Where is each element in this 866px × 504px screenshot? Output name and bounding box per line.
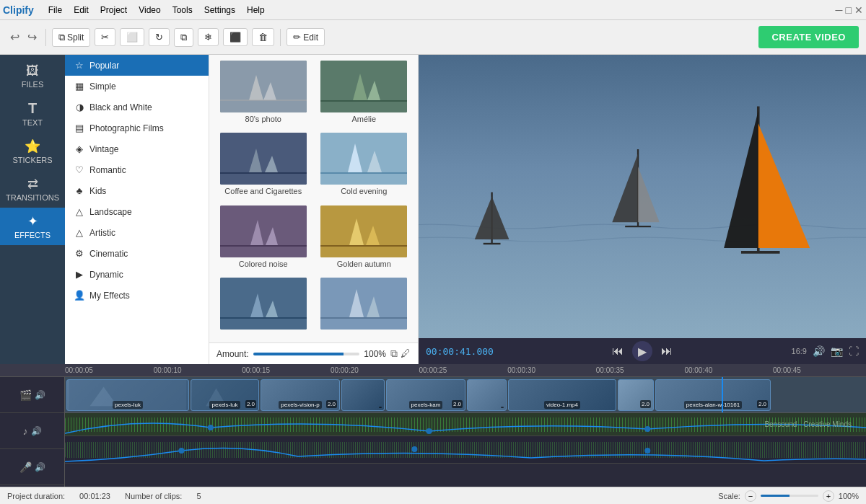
filter-bw[interactable]: ◑ Black and White xyxy=(65,97,209,118)
edit-button[interactable]: ✏ Edit xyxy=(287,28,325,46)
menu-edit[interactable]: Edit xyxy=(68,4,95,17)
amount-slider[interactable] xyxy=(253,353,360,355)
menu-file[interactable]: File xyxy=(43,4,68,17)
rotate-button[interactable]: ↻ xyxy=(149,28,170,46)
sidebar-item-text[interactable]: T TEXT xyxy=(0,94,65,133)
effect-thumb-img-8 xyxy=(320,278,407,330)
toolbar-separator-2 xyxy=(280,29,281,46)
audio-track-volume-icon[interactable]: 🔊 xyxy=(31,426,42,436)
effect-80s-photo[interactable]: 80's photo xyxy=(215,61,312,128)
sidebar-item-effects[interactable]: ✦ EFFECTS xyxy=(0,208,65,245)
sidebar-item-stickers[interactable]: ⭐ STICKERS xyxy=(0,133,65,170)
next-frame-button[interactable]: ⏭ xyxy=(658,343,675,359)
undo-button[interactable]: ↩ xyxy=(7,29,22,45)
clip-4[interactable] xyxy=(341,379,385,411)
fullscreen-icon[interactable]: ⛶ xyxy=(849,345,859,357)
playhead[interactable] xyxy=(722,377,723,412)
filter-dynamic[interactable]: ▶ Dynamic xyxy=(65,264,209,285)
scale-slider[interactable] xyxy=(761,495,818,497)
video-preview: 00:00:41.000 ⏮ ▶ ⏭ 16:9 🔊 📷 ⛶ xyxy=(419,55,866,364)
prev-frame-button[interactable]: ⏮ xyxy=(609,343,626,359)
effect-thumb-img-coffee xyxy=(220,133,307,185)
filter-kids[interactable]: ♣ Kids xyxy=(65,180,209,201)
ruler-mark-0: 00:00:05 xyxy=(65,366,93,374)
filter-settings-icon[interactable]: ⧉ xyxy=(390,348,398,360)
clip-8[interactable]: 2.0 xyxy=(618,379,654,411)
crop-icon: ⬜ xyxy=(126,32,138,43)
photo-films-icon: ▤ xyxy=(74,123,85,133)
filter-romantic[interactable]: ♡ Romantic xyxy=(65,159,209,180)
vintage-icon: ◈ xyxy=(74,143,85,154)
video-track-volume-icon[interactable]: 🔊 xyxy=(35,390,45,400)
effect-cold-evening[interactable]: Cold evening xyxy=(316,133,413,200)
maximize-button[interactable]: □ xyxy=(846,4,852,16)
freeze-button[interactable]: ❄ xyxy=(198,28,219,46)
transitions-icon: ⇄ xyxy=(27,176,38,192)
filter-landscape[interactable]: △ Landscape xyxy=(65,201,209,222)
effect-thumb-img-80s xyxy=(220,61,307,112)
filter-my-effects[interactable]: 👤 My Effects xyxy=(65,285,209,306)
delete-button[interactable]: 🗑 xyxy=(252,28,274,46)
menu-settings[interactable]: Settings xyxy=(198,4,241,17)
effect-golden-autumn[interactable]: Golden autumn xyxy=(316,205,413,273)
timeline-tracks: 🎬 🔊 ♪ 🔊 🎤 🔊 pexels-luk xyxy=(0,377,866,487)
redo-button[interactable]: ↪ xyxy=(25,29,40,45)
clip-9[interactable]: pexels-alan-w-10161 2.0 xyxy=(655,379,771,411)
effects-icon: ✦ xyxy=(27,213,38,229)
scale-minus-button[interactable]: − xyxy=(745,490,756,502)
menu-help[interactable]: Help xyxy=(241,4,271,17)
audio-track-2-volume-icon[interactable]: 🔊 xyxy=(35,462,45,472)
menu-tools[interactable]: Tools xyxy=(167,4,198,17)
amount-bar: Amount: 100% ⧉ 🖊 xyxy=(209,342,418,364)
filter-popular[interactable]: ☆ Popular xyxy=(65,55,209,76)
minimize-button[interactable]: ─ xyxy=(836,4,843,16)
copy-button[interactable]: ⧉ xyxy=(174,28,193,47)
audio-track-2-label: 🎤 🔊 xyxy=(0,449,64,485)
color-picker-icon[interactable]: 🖊 xyxy=(401,348,411,360)
clip-7[interactable]: video-1.mp4 xyxy=(508,379,616,411)
effect-amelie[interactable]: Amélie xyxy=(316,61,413,128)
menu-project[interactable]: Project xyxy=(95,4,133,17)
filter-simple[interactable]: ▦ Simple xyxy=(65,76,209,97)
filter-cinematic[interactable]: ⚙ Cinematic xyxy=(65,243,209,264)
ruler-mark-5: 00:00:30 xyxy=(507,366,535,374)
volume-icon[interactable]: 🔊 xyxy=(813,345,825,357)
effect-coffee[interactable]: Coffee and Cigarettes xyxy=(215,133,312,200)
main-layout: 🖼 FILES T TEXT ⭐ STICKERS ⇄ TRANSITIONS … xyxy=(0,55,866,364)
filter-artistic[interactable]: △ Artistic xyxy=(65,222,209,243)
play-button[interactable]: ▶ xyxy=(632,341,652,361)
dynamic-icon: ▶ xyxy=(74,269,85,280)
cut-icon: ✂ xyxy=(101,32,109,43)
cinematic-icon: ⚙ xyxy=(74,248,85,259)
effect-colored-noise[interactable]: Colored noise xyxy=(215,205,312,273)
ratio-badge[interactable]: 16:9 xyxy=(792,347,807,355)
filter-vintage[interactable]: ◈ Vintage xyxy=(65,138,209,159)
clip-2[interactable]: pexels-luk 2.0 xyxy=(191,379,259,411)
menu-video[interactable]: Video xyxy=(133,4,166,17)
split-button[interactable]: ⧉ Split xyxy=(52,28,90,47)
snapshot-icon[interactable]: 📷 xyxy=(831,345,843,357)
effect-8[interactable] xyxy=(316,278,413,337)
audio-track-label: Bensound - Creative Minds xyxy=(764,420,852,428)
app-name: Clipify xyxy=(3,4,34,16)
create-video-button[interactable]: CREATE VIDEO xyxy=(758,26,859,48)
close-button[interactable]: ✕ xyxy=(854,4,863,16)
clip-1[interactable]: pexels-luk xyxy=(66,379,189,411)
clip-3[interactable]: pexels-vision-p 2.0 xyxy=(261,379,340,411)
svg-rect-20 xyxy=(320,205,407,257)
clip-5[interactable]: pexels-kam 2.0 xyxy=(386,379,465,411)
audio-track-1: Bensound - Creative Minds xyxy=(65,413,866,436)
cut-button[interactable]: ✂ xyxy=(95,28,115,46)
scale-plus-button[interactable]: + xyxy=(823,490,834,502)
mic-icon: 🎤 xyxy=(19,461,32,473)
clip-6[interactable] xyxy=(467,379,507,411)
svg-rect-4 xyxy=(320,61,407,112)
crop-button[interactable]: ⬜ xyxy=(120,28,144,46)
sidebar-item-transitions[interactable]: ⇄ TRANSITIONS xyxy=(0,170,65,208)
sidebar-item-files[interactable]: 🖼 FILES xyxy=(0,58,65,94)
video-track: pexels-luk pexels-luk 2.0 pexels-vision-… xyxy=(65,377,866,413)
svg-point-49 xyxy=(427,428,432,434)
filter-photo-films[interactable]: ▤ Photographic Films xyxy=(65,118,209,138)
effect-7[interactable] xyxy=(215,278,312,337)
trim-button[interactable]: ⬛ xyxy=(223,28,248,46)
